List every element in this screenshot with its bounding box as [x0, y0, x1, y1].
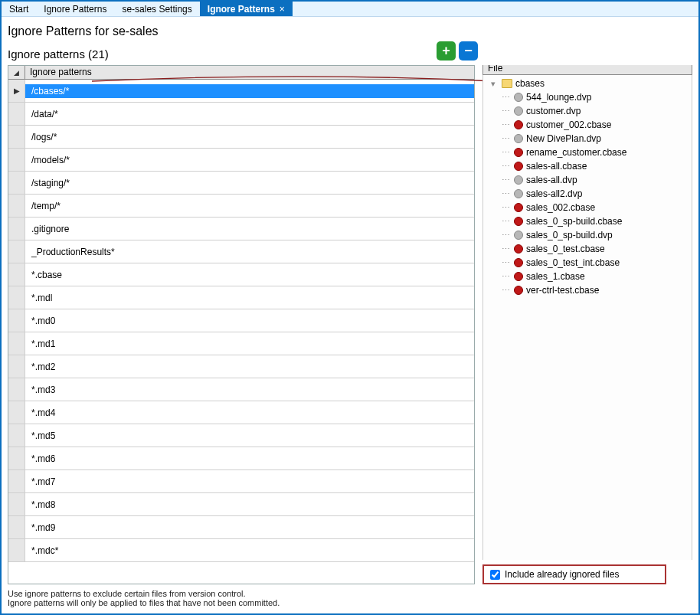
- pattern-cell[interactable]: *.mdc*: [25, 544, 474, 558]
- pattern-cell[interactable]: /logs/*: [25, 130, 474, 144]
- tree-root[interactable]: ▾cbases: [488, 77, 689, 90]
- pattern-row[interactable]: /staging/*: [8, 172, 474, 195]
- pattern-row[interactable]: *.md2: [8, 355, 474, 378]
- pattern-cell[interactable]: *.md4: [25, 406, 474, 420]
- pattern-cell[interactable]: *.md6: [25, 452, 474, 466]
- pattern-row[interactable]: *.md0: [8, 309, 474, 332]
- tree-elbow-icon: ⋯: [500, 244, 511, 254]
- pattern-row[interactable]: *.md9: [8, 516, 474, 539]
- tree-item[interactable]: ⋯sales-all2.dvp: [500, 187, 689, 201]
- pattern-cell[interactable]: *.md9: [25, 521, 474, 535]
- pattern-cell[interactable]: /staging/*: [25, 176, 474, 190]
- pattern-cell[interactable]: *.md3: [25, 383, 474, 397]
- pattern-row[interactable]: *.md7: [8, 470, 474, 493]
- include-ignored-checkbox[interactable]: [490, 570, 500, 580]
- include-ignored-box[interactable]: Include already ignored files: [482, 564, 666, 584]
- hint-line-2: Ignore patterns will only be applied to …: [8, 598, 692, 607]
- tree-item[interactable]: ⋯sales_0_test_int.cbase: [500, 256, 689, 270]
- pattern-row[interactable]: *.md3: [8, 378, 474, 401]
- remove-pattern-button[interactable]: −: [459, 41, 478, 61]
- pattern-cell[interactable]: *.md5: [25, 429, 474, 443]
- pattern-cell[interactable]: _ProductionResults*: [25, 245, 474, 259]
- grid-corner[interactable]: ◢: [8, 66, 25, 79]
- tab-2[interactable]: se-sales Settings: [114, 2, 199, 16]
- tree-item[interactable]: ⋯sales_0_test.cbase: [500, 242, 689, 256]
- tree-children: ⋯544_lounge.dvp⋯customer.dvp⋯customer_00…: [500, 90, 689, 297]
- file-column-header[interactable]: File: [482, 65, 692, 75]
- pattern-row[interactable]: _ProductionResults*: [8, 240, 474, 263]
- tree-item-label: sales_0_sp-build.cbase: [526, 216, 622, 227]
- pattern-row[interactable]: *.md4: [8, 401, 474, 424]
- include-ignored-label: Include already ignored files: [505, 569, 619, 580]
- tree-item[interactable]: ⋯sales_1.cbase: [500, 270, 689, 283]
- tree-item[interactable]: ⋯sales_0_sp-build.dvp: [500, 228, 689, 242]
- tree-item[interactable]: ⋯sales-all.cbase: [500, 159, 689, 173]
- pattern-row[interactable]: /data/*: [8, 103, 474, 126]
- tab-1[interactable]: Ignore Patterns: [36, 2, 114, 16]
- tree-item[interactable]: ⋯customer_002.cbase: [500, 118, 689, 132]
- cbase-icon: [514, 120, 523, 129]
- tree-item-label: sales-all.dvp: [526, 175, 577, 185]
- tab-0[interactable]: Start: [2, 2, 36, 16]
- tree-item[interactable]: ⋯ver-ctrl-test.cbase: [500, 283, 689, 297]
- cbase-icon: [514, 286, 523, 295]
- dvp-icon: [514, 93, 523, 102]
- pattern-row[interactable]: .gitignore: [8, 218, 474, 240]
- tree-item[interactable]: ⋯sales_0_sp-build.cbase: [500, 214, 689, 228]
- pattern-row[interactable]: *.md8: [8, 493, 474, 516]
- pattern-row[interactable]: /models/*: [8, 149, 474, 172]
- add-pattern-button[interactable]: +: [437, 41, 456, 61]
- tree-elbow-icon: ⋯: [500, 148, 511, 158]
- expand-icon[interactable]: ▾: [488, 79, 499, 89]
- pattern-row[interactable]: *.mdl: [8, 286, 474, 309]
- pattern-cell[interactable]: /data/*: [25, 107, 474, 121]
- pattern-cell[interactable]: /cbases/*: [25, 84, 474, 98]
- row-gutter: [8, 539, 25, 561]
- pattern-row[interactable]: /temp/*: [8, 195, 474, 218]
- pattern-cell[interactable]: /temp/*: [25, 199, 474, 213]
- count-label: Ignore patterns (21): [8, 47, 109, 61]
- row-gutter: [8, 332, 25, 355]
- close-tab-icon[interactable]: ×: [280, 4, 285, 15]
- tree-item[interactable]: ⋯544_lounge.dvp: [500, 90, 689, 104]
- pattern-cell[interactable]: *.md2: [25, 360, 474, 374]
- folder-icon: [502, 79, 512, 88]
- pattern-row[interactable]: ▶/cbases/*: [8, 80, 474, 103]
- row-gutter: [8, 424, 25, 447]
- preview-column: Preview matched files for "/cbases/*" Fi…: [482, 65, 692, 584]
- tree-item[interactable]: ⋯rename_customer.cbase: [500, 146, 689, 159]
- row-gutter: [8, 126, 25, 148]
- tree-root-label: cbases: [515, 78, 545, 89]
- tree-item[interactable]: ⋯customer.dvp: [500, 104, 689, 118]
- pattern-row[interactable]: *.md5: [8, 424, 474, 447]
- pattern-row[interactable]: *.md6: [8, 447, 474, 470]
- pattern-cell[interactable]: *.md8: [25, 498, 474, 512]
- pattern-row[interactable]: *.mdc*: [8, 539, 474, 562]
- tree-item-label: sales_0_sp-build.dvp: [526, 230, 613, 240]
- tree-item-label: customer.dvp: [526, 106, 581, 116]
- tree-item[interactable]: ⋯sales_002.cbase: [500, 201, 689, 214]
- row-gutter: [8, 493, 25, 515]
- tree-item[interactable]: ⋯New DivePlan.dvp: [500, 132, 689, 146]
- row-gutter: [8, 149, 25, 171]
- tree-elbow-icon: ⋯: [500, 272, 511, 282]
- tree-item-label: sales-all.cbase: [526, 161, 587, 172]
- tree-item[interactable]: ⋯sales-all.dvp: [500, 173, 689, 187]
- pattern-cell[interactable]: *.mdl: [25, 291, 474, 305]
- pattern-cell[interactable]: *.md1: [25, 337, 474, 351]
- pattern-cell[interactable]: .gitignore: [25, 222, 474, 236]
- tree-item-label: sales_002.cbase: [526, 202, 595, 213]
- row-gutter: [8, 447, 25, 469]
- patterns-column-header[interactable]: Ignore patterns: [25, 66, 474, 79]
- pattern-cell[interactable]: /models/*: [25, 153, 474, 167]
- tab-3[interactable]: Ignore Patterns×: [200, 2, 293, 16]
- pattern-row[interactable]: *.cbase: [8, 263, 474, 286]
- tree-elbow-icon: ⋯: [500, 286, 511, 296]
- pattern-row[interactable]: *.md1: [8, 332, 474, 355]
- row-gutter: [8, 240, 25, 263]
- pattern-cell[interactable]: *.md0: [25, 314, 474, 328]
- pattern-cell[interactable]: *.cbase: [25, 268, 474, 282]
- pattern-cell[interactable]: *.md7: [25, 475, 474, 489]
- pattern-row[interactable]: /logs/*: [8, 126, 474, 149]
- dvp-icon: [514, 175, 523, 185]
